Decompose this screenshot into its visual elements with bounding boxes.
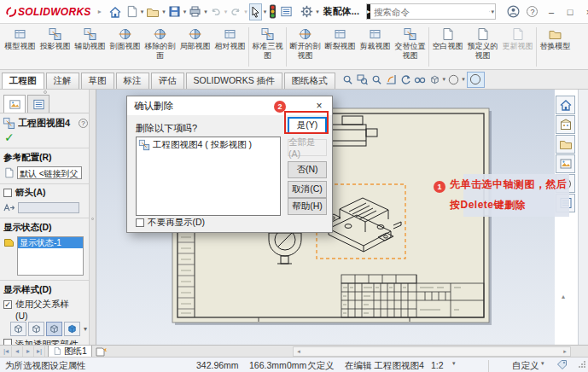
panel-help-icon[interactable]: ? (79, 119, 88, 128)
status-unit-system[interactable]: 自定义 (512, 360, 539, 372)
ribbon-replace-model-button[interactable]: 替换模型 (538, 26, 573, 68)
resize-grip[interactable] (578, 360, 586, 369)
zoom-area-icon[interactable] (356, 73, 369, 86)
display-style-caret[interactable]: ▾ (443, 76, 446, 83)
new-document-button[interactable] (125, 3, 139, 20)
clipped-option-checkbox[interactable] (3, 339, 12, 345)
ribbon-alternate-position-view-button[interactable]: 交替位置视图 (393, 26, 428, 68)
search-magnifier-icon[interactable] (489, 6, 490, 17)
shaded-style-button[interactable] (64, 322, 80, 336)
delete-items-list[interactable]: 工程图视图4 ( 投影视图 ) (136, 137, 281, 216)
last-sheet-button[interactable]: ▸| (34, 346, 45, 357)
properties-list-button[interactable] (279, 3, 294, 20)
property-manager-tab[interactable] (3, 95, 26, 113)
login-user-icon[interactable] (505, 3, 522, 20)
ribbon-model-view-button[interactable]: 模型视图 (3, 26, 38, 68)
redo-button[interactable] (229, 3, 242, 20)
view-palette-icon[interactable] (556, 154, 575, 173)
window-maximize-button[interactable]: □ (561, 3, 579, 20)
search-input[interactable] (370, 7, 489, 17)
hidden-lines-visible-style-button[interactable] (28, 322, 44, 336)
appearance-sphere-icon[interactable] (467, 72, 485, 88)
help-button[interactable]: 帮助(H) (288, 198, 327, 215)
view-settings-icon[interactable] (447, 73, 460, 86)
configuration-manager-tab[interactable] (27, 95, 49, 113)
design-library-icon[interactable] (556, 115, 575, 134)
ribbon-predefined-view-button[interactable]: 预定义的视图 (465, 26, 500, 68)
view-settings-caret[interactable]: ▾ (462, 76, 465, 83)
configuration-combobox[interactable]: 默认 <链接到父 (17, 166, 82, 179)
search-scope-caret[interactable]: ▾ (491, 9, 494, 15)
ribbon-detail-view-button[interactable]: 局部视图 (178, 26, 212, 68)
tab-solidworks-addins[interactable]: SOLIDWORKS 插件 (186, 73, 282, 89)
ribbon-auxiliary-view-button[interactable]: 辅助视图 (73, 26, 108, 68)
next-sheet-button[interactable]: ▸ (23, 346, 34, 357)
file-explorer-icon[interactable] (556, 135, 575, 154)
scale-dropdown-caret[interactable]: ▾ (452, 360, 456, 367)
save-caret[interactable]: ▾ (183, 9, 187, 15)
use-parent-style-checkbox[interactable]: ✓ (3, 300, 12, 309)
section-reference-configuration[interactable]: 参考配置(R) (0, 151, 90, 166)
ribbon-projected-view-button[interactable]: 投影视图 (38, 26, 73, 68)
wireframe-style-button[interactable] (10, 322, 26, 336)
previous-sheet-button[interactable]: ◂ (12, 346, 23, 357)
home-button[interactable] (108, 3, 123, 20)
display-state-list[interactable]: 显示状态-1 (17, 236, 84, 276)
hidden-lines-removed-style-button[interactable] (46, 322, 62, 336)
hide-show-items-icon[interactable] (414, 73, 427, 86)
select-tool-button[interactable] (249, 3, 262, 20)
open-button[interactable] (145, 3, 160, 20)
display-style-icon[interactable] (428, 73, 441, 86)
logo-expand-arrow[interactable]: ▸ (98, 8, 102, 15)
select-tool-caret[interactable]: ▾ (264, 9, 267, 15)
scroll-left-icon[interactable]: ◂ (294, 347, 304, 356)
section-arrow[interactable]: 箭头(A) (15, 187, 46, 199)
print-caret[interactable]: ▾ (204, 9, 207, 15)
scroll-right-icon[interactable]: ▸ (560, 347, 570, 356)
zoom-previous-icon[interactable] (370, 73, 383, 86)
options-gear-button[interactable] (300, 3, 314, 20)
section-display-style[interactable]: 显示样式(D) (0, 283, 90, 298)
dont-show-again-checkbox[interactable] (136, 218, 144, 227)
undo-button[interactable] (209, 3, 223, 20)
command-search-box[interactable]: ▸ ▾ (366, 3, 496, 20)
resources-home-icon[interactable] (556, 96, 575, 114)
horizontal-scrollbar[interactable]: ◂ ▸ (293, 346, 571, 357)
options-caret[interactable]: ▾ (316, 9, 319, 15)
rebuild-traffic-light-icon[interactable] (268, 3, 277, 20)
window-minimize-button[interactable]: – (542, 3, 561, 20)
sheet-tab[interactable]: 图纸1 (48, 346, 92, 357)
ribbon-section-view-button[interactable]: 剖面视图 (108, 26, 143, 68)
ribbon-crop-view-button[interactable]: 剪裁视图 (358, 26, 393, 68)
tab-sheet-format[interactable]: 图纸格式 (284, 73, 335, 89)
display-state-item[interactable]: 显示状态-1 (18, 237, 83, 248)
tab-drawing[interactable]: 工程图 (2, 73, 44, 89)
ribbon-standard-3-view-button[interactable]: 标准三视图 (250, 26, 285, 68)
section-display-state[interactable]: 显示状态(D) (0, 221, 90, 235)
tab-sketch[interactable]: 草图 (81, 73, 114, 89)
redo-caret[interactable]: ▾ (244, 9, 247, 15)
ribbon-relative-view-button[interactable]: 相对视图 (212, 26, 247, 68)
tab-dimension[interactable]: 标注 (116, 73, 149, 89)
ribbon-empty-view-button[interactable]: 空白视图 (430, 26, 465, 68)
tab-evaluate[interactable]: 评估 (151, 73, 184, 89)
zoom-fit-icon[interactable] (341, 73, 354, 86)
section-view-icon[interactable] (385, 73, 398, 86)
ribbon-break-view-button[interactable]: 断裂视图 (323, 26, 358, 68)
scroll-more-icon[interactable]: ▾ (84, 325, 87, 333)
task-pane-scroll-up-icon[interactable]: ▴ (562, 293, 565, 300)
ok-check-icon[interactable]: ✓ (0, 131, 90, 146)
new-document-caret[interactable]: ▾ (141, 9, 144, 15)
ribbon-broken-out-section-button[interactable]: 断开的剖视图 (288, 26, 323, 68)
first-sheet-button[interactable]: |◂ (1, 346, 12, 357)
save-button[interactable] (167, 3, 182, 20)
delete-item-row[interactable]: 工程图视图4 ( 投影视图 ) (138, 139, 278, 151)
open-caret[interactable]: ▾ (162, 9, 166, 15)
arrow-checkbox[interactable] (3, 189, 12, 197)
panel-resize-splitter[interactable] (89, 90, 96, 345)
print-button[interactable] (188, 3, 202, 20)
add-sheet-button[interactable] (96, 346, 109, 357)
help-button[interactable]: ? (524, 3, 541, 20)
ribbon-removed-section-button[interactable]: 移除的剖面 (143, 26, 178, 68)
tab-annotation[interactable]: 注解 (46, 73, 79, 89)
